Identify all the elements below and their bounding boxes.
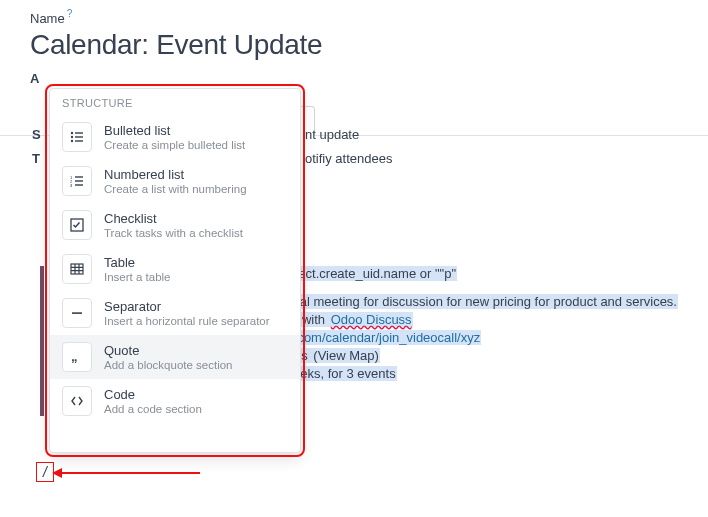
page-title[interactable]: Calendar: Event Update: [30, 29, 678, 61]
menu-item-bulleted-list[interactable]: Bulleted list Create a simple bulleted l…: [50, 115, 300, 159]
quote-icon: „: [62, 342, 92, 372]
menu-title: Separator: [104, 299, 288, 314]
menu-desc: Insert a table: [104, 271, 288, 283]
svg-rect-5: [75, 140, 83, 141]
field-t-value: otifiy attendees: [305, 151, 392, 166]
svg-rect-11: [75, 184, 83, 185]
svg-text:„: „: [71, 350, 78, 364]
menu-item-table[interactable]: Table Insert a table: [50, 247, 300, 291]
svg-rect-3: [75, 136, 83, 137]
field-a-label: A: [30, 71, 48, 86]
help-icon[interactable]: ?: [67, 8, 73, 19]
numbered-list-icon: 123: [62, 166, 92, 196]
svg-rect-7: [75, 176, 83, 177]
svg-rect-9: [75, 180, 83, 181]
menu-desc: Add a code section: [104, 403, 288, 415]
body-marker: [40, 266, 44, 416]
checklist-icon: [62, 210, 92, 240]
menu-title: Numbered list: [104, 167, 288, 182]
svg-rect-18: [72, 312, 82, 314]
menu-item-separator[interactable]: Separator Insert a horizontal rule separ…: [50, 291, 300, 335]
table-icon: [62, 254, 92, 284]
svg-point-2: [71, 136, 73, 138]
name-label: Name: [30, 11, 65, 26]
menu-item-code[interactable]: Code Add a code section: [50, 379, 300, 423]
menu-desc: Create a list with numbering: [104, 183, 288, 195]
menu-desc: Create a simple bulleted list: [104, 139, 288, 151]
annotation-arrow: [60, 472, 200, 474]
field-s-label: S: [32, 127, 41, 142]
menu-item-numbered-list[interactable]: 123 Numbered list Create a list with num…: [50, 159, 300, 203]
odoo-discuss-link[interactable]: Odoo Discuss: [330, 312, 413, 327]
powerbox-popup: STRUCTURE Bulleted list Create a simple …: [49, 88, 301, 453]
svg-text:3: 3: [70, 183, 73, 188]
code-icon: [62, 386, 92, 416]
bulleted-list-icon: [62, 122, 92, 152]
svg-rect-1: [75, 132, 83, 133]
svg-rect-13: [71, 264, 83, 274]
menu-item-quote[interactable]: „ Quote Add a blockquote section: [50, 335, 300, 379]
menu-title: Checklist: [104, 211, 288, 226]
svg-point-4: [71, 140, 73, 142]
menu-desc: Insert a horizontal rule separator: [104, 315, 288, 327]
expr-text: object.create_uid.name or ""p": [280, 266, 457, 281]
menu-desc: Add a blockquote section: [104, 359, 288, 371]
menu-desc: Track tasks with a checklist: [104, 227, 288, 239]
body-line-1: ernal meeting for discussion for new pri…: [280, 294, 678, 309]
separator-icon: [62, 298, 92, 328]
menu-item-checklist[interactable]: Checklist Track tasks with a checklist: [50, 203, 300, 247]
popup-header: STRUCTURE: [50, 89, 300, 115]
menu-title: Table: [104, 255, 288, 270]
view-map-text[interactable]: (View Map): [312, 348, 380, 363]
menu-title: Code: [104, 387, 288, 402]
menu-title: Quote: [104, 343, 288, 358]
videocall-url[interactable]: ny.com/calendar/join_videocall/xyz: [280, 330, 481, 345]
field-s-value: nt update: [305, 127, 359, 142]
field-t-label: T: [32, 151, 40, 166]
svg-point-0: [71, 132, 73, 134]
menu-title: Bulleted list: [104, 123, 288, 138]
